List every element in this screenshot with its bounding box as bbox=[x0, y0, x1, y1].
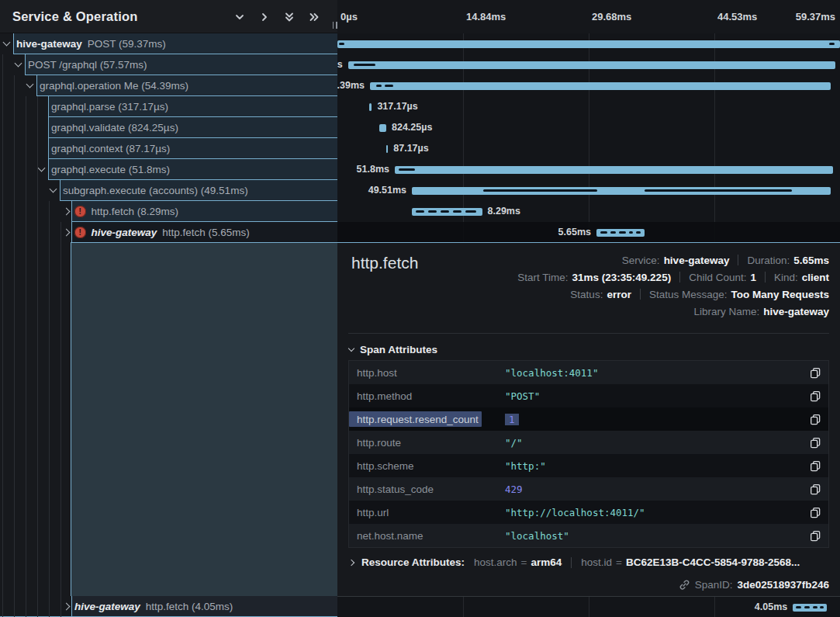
timeline-row[interactable]: 51.8ms bbox=[337, 159, 840, 180]
span-duration-bar[interactable] bbox=[412, 187, 831, 195]
tree-title: Service & Operation bbox=[12, 9, 138, 24]
attribute-value: "http://localhost:4011/" bbox=[505, 507, 802, 518]
meta-value: Too Many Requests bbox=[731, 289, 829, 300]
bar-mark bbox=[453, 210, 461, 213]
timeline-tick: 44.53ms bbox=[717, 0, 757, 33]
bar-duration-label: 54.39ms bbox=[337, 75, 365, 96]
span-attributes-table: http.host"localhost:4011"http.method"POS… bbox=[348, 360, 829, 548]
timeline-row[interactable]: 87.17µs bbox=[337, 138, 840, 159]
bar-duration-label: 87.17µs bbox=[393, 138, 428, 159]
span-duration-bar[interactable] bbox=[596, 229, 645, 237]
link-icon bbox=[679, 579, 690, 591]
bar-mark bbox=[829, 43, 835, 45]
span-duration-bar[interactable] bbox=[379, 124, 386, 132]
span-operation-label: graphql.validate (824.25µs) bbox=[51, 122, 178, 133]
timeline-row[interactable] bbox=[337, 33, 840, 54]
span-service-name: hive-gateway bbox=[16, 38, 82, 50]
copy-icon[interactable] bbox=[802, 507, 828, 518]
resource-key: host.id bbox=[581, 556, 612, 568]
span-duration-bar[interactable] bbox=[412, 208, 482, 216]
span-meta: Service:hive-gatewayDuration:5.65msStart… bbox=[517, 251, 829, 320]
tree-row[interactable]: subgraph.execute (accounts) (49.51ms) bbox=[0, 180, 337, 201]
meta-label: Status: bbox=[570, 289, 603, 300]
attribute-row[interactable]: http.status_code429 bbox=[349, 477, 828, 501]
copy-icon[interactable] bbox=[802, 390, 828, 402]
attribute-row[interactable]: http.url"http://localhost:4011/" bbox=[349, 501, 828, 524]
tree-row[interactable]: hive-gatewayhttp.fetch (4.05ms) bbox=[0, 596, 337, 617]
span-duration-bar[interactable] bbox=[337, 40, 840, 48]
attribute-value: "POST" bbox=[505, 390, 802, 402]
indent-guide bbox=[26, 96, 26, 617]
expand-all-icon[interactable] bbox=[307, 10, 320, 23]
tree-row[interactable]: !http.fetch (8.29ms) bbox=[0, 201, 337, 222]
bar-duration-label: 8.29ms bbox=[488, 201, 520, 222]
span-title: http.fetch bbox=[351, 254, 418, 272]
tree-row[interactable]: graphql.context (87.17µs) bbox=[0, 138, 337, 159]
resource-key: host.arch bbox=[474, 556, 517, 568]
span-operation-label: POST (59.37ms) bbox=[88, 38, 166, 50]
copy-icon[interactable] bbox=[802, 367, 828, 379]
span-service-name: hive-gateway bbox=[92, 227, 157, 238]
tree-row[interactable]: graphql.parse (317.17µs) bbox=[0, 96, 337, 117]
timeline-row[interactable]: 49.51ms bbox=[337, 180, 840, 201]
resource-value: arm64 bbox=[531, 556, 562, 568]
tree-row[interactable]: !hive-gatewayhttp.fetch (5.65ms) bbox=[0, 222, 337, 243]
meta-label: Child Count: bbox=[689, 272, 746, 283]
meta-label: Library Name: bbox=[693, 306, 759, 317]
span-duration-bar[interactable] bbox=[395, 166, 833, 174]
attribute-row[interactable]: http.method"POST" bbox=[349, 384, 828, 407]
panel-resize-handle[interactable] bbox=[330, 21, 340, 29]
timeline-row[interactable]: 317.17µs bbox=[337, 96, 840, 117]
bar-mark bbox=[339, 43, 344, 45]
timeline-tick: 0µs bbox=[340, 0, 358, 33]
timeline-row[interactable]: 5.65ms bbox=[337, 222, 840, 243]
span-operation-label: graphql.execute (51.8ms) bbox=[51, 164, 170, 175]
meta-value: 31ms (23:35:49.225) bbox=[572, 272, 672, 283]
copy-icon[interactable] bbox=[802, 530, 828, 542]
timeline-row[interactable]: 57.57ms bbox=[337, 54, 840, 75]
timeline-row[interactable]: 4.05ms bbox=[337, 597, 840, 617]
attribute-key: http.scheme bbox=[349, 460, 505, 472]
span-operation-label: graphql.parse (317.17µs) bbox=[51, 101, 168, 113]
copy-icon[interactable] bbox=[802, 484, 828, 495]
span-id: SpanID: 3de02518937fb246 bbox=[679, 579, 829, 591]
span-detail-panel: http.fetch Service:hive-gatewayDuration:… bbox=[337, 242, 840, 596]
meta-divider bbox=[765, 272, 766, 283]
attribute-row[interactable]: http.route"/" bbox=[349, 431, 828, 454]
tree-row[interactable]: hive-gatewayPOST (59.37ms) bbox=[0, 33, 337, 54]
timeline-row[interactable]: 54.39ms bbox=[337, 75, 840, 96]
tree-row[interactable]: POST /graphql (57.57ms) bbox=[0, 54, 337, 75]
meta-label: Kind: bbox=[774, 272, 798, 283]
span-duration-bar[interactable] bbox=[793, 604, 827, 612]
tree-row[interactable]: graphql.validate (824.25µs) bbox=[0, 117, 337, 138]
timeline-row[interactable]: 8.29ms bbox=[337, 201, 840, 222]
span-duration-bar[interactable] bbox=[369, 103, 372, 111]
span-duration-bar[interactable] bbox=[348, 61, 835, 69]
tree-row[interactable]: graphql.operation Me (54.39ms) bbox=[0, 75, 337, 96]
span-duration-bar[interactable] bbox=[386, 145, 389, 153]
span-operation-label: http.fetch (4.05ms) bbox=[146, 601, 233, 612]
meta-divider bbox=[679, 272, 680, 283]
attribute-row[interactable]: net.host.name"localhost" bbox=[349, 524, 828, 547]
span-operation-label: POST /graphql (57.57ms) bbox=[28, 59, 147, 71]
span-attributes-header[interactable]: Span Attributes bbox=[349, 341, 437, 357]
collapse-all-icon[interactable] bbox=[282, 10, 296, 23]
attribute-row[interactable]: http.scheme"http:" bbox=[349, 454, 828, 477]
span-duration-bar[interactable] bbox=[370, 82, 831, 90]
attribute-key: http.route bbox=[349, 437, 505, 449]
attribute-row[interactable]: http.request.resend_count1 bbox=[349, 407, 828, 431]
bar-mark bbox=[619, 231, 626, 234]
equals-sign: = bbox=[616, 556, 622, 568]
expand-one-icon[interactable] bbox=[258, 10, 271, 23]
timeline-row[interactable]: 824.25µs bbox=[337, 117, 840, 138]
resource-attributes[interactable]: Resource Attributes: host.arch=arm64host… bbox=[349, 556, 800, 568]
copy-icon[interactable] bbox=[802, 437, 828, 449]
collapse-one-icon[interactable] bbox=[233, 10, 246, 23]
tree-row[interactable]: graphql.execute (51.8ms) bbox=[0, 159, 337, 180]
attribute-row[interactable]: http.host"localhost:4011" bbox=[349, 361, 828, 384]
meta-value: hive-gateway bbox=[664, 255, 730, 266]
copy-icon[interactable] bbox=[802, 460, 828, 472]
meta-divider bbox=[738, 255, 738, 265]
copy-icon[interactable] bbox=[802, 414, 828, 425]
indent-guide bbox=[49, 201, 50, 617]
